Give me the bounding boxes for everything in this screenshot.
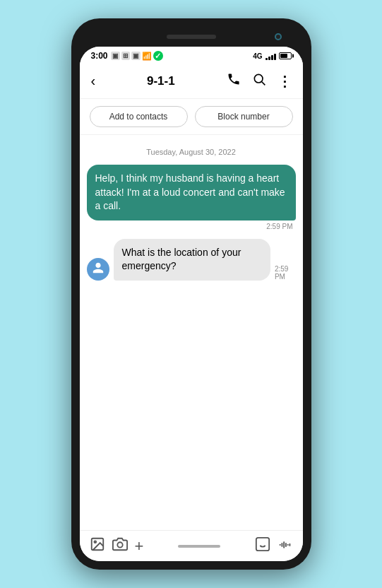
scroll-indicator bbox=[178, 545, 220, 548]
back-button[interactable]: ‹ bbox=[88, 70, 99, 92]
nav-actions: ⋮ bbox=[224, 69, 294, 93]
status-img-icon: ▣ bbox=[131, 52, 141, 60]
signal-bar-4 bbox=[274, 54, 276, 60]
signal-bars bbox=[265, 52, 276, 60]
incoming-bubble: What is the location of your emergency? bbox=[114, 239, 270, 281]
emoji-button[interactable] bbox=[255, 536, 270, 555]
status-bar: 3:00 ▣ ⊞ ▣ 📶 ✓ 4G bbox=[80, 47, 303, 64]
signal-bar-3 bbox=[271, 55, 273, 60]
date-divider: Tuesday, August 30, 2022 bbox=[87, 148, 296, 156]
phone-screen: 3:00 ▣ ⊞ ▣ 📶 ✓ 4G bbox=[80, 47, 303, 561]
svg-point-4 bbox=[117, 542, 122, 547]
status-network: 4G bbox=[253, 52, 262, 60]
avatar-icon bbox=[92, 261, 105, 277]
nav-title: 9-1-1 bbox=[98, 74, 223, 88]
action-buttons-row: Add to contacts Block number bbox=[80, 99, 303, 135]
more-button[interactable]: ⋮ bbox=[275, 70, 294, 93]
status-wifi-icon: 📶 bbox=[142, 52, 152, 61]
phone-speaker bbox=[167, 35, 216, 39]
call-button[interactable] bbox=[224, 69, 244, 93]
status-right: 4G bbox=[253, 52, 291, 60]
outgoing-bubble: Help, I think my husband is having a hea… bbox=[87, 165, 296, 220]
battery-fill bbox=[280, 54, 288, 58]
phone-frame: 3:00 ▣ ⊞ ▣ 📶 ✓ 4G bbox=[71, 18, 311, 570]
message-row: Help, I think my husband is having a hea… bbox=[87, 165, 296, 230]
camera-button[interactable] bbox=[112, 536, 128, 555]
svg-line-1 bbox=[261, 82, 265, 86]
block-number-button[interactable]: Block number bbox=[195, 106, 293, 127]
message-row: What is the location of your emergency? … bbox=[87, 239, 296, 281]
phone-camera bbox=[275, 33, 282, 40]
add-to-contacts-button[interactable]: Add to contacts bbox=[90, 106, 188, 127]
avatar bbox=[87, 258, 109, 281]
add-button[interactable]: + bbox=[135, 537, 144, 555]
signal-bar-2 bbox=[268, 57, 270, 60]
svg-point-0 bbox=[254, 74, 263, 83]
nav-bar: ‹ 9-1-1 ⋮ bbox=[80, 64, 303, 99]
search-button[interactable] bbox=[249, 69, 269, 93]
status-msg-icon: ▣ bbox=[111, 52, 120, 60]
phone-notch bbox=[80, 27, 303, 47]
voice-button[interactable] bbox=[277, 536, 293, 555]
status-left: 3:00 ▣ ⊞ ▣ 📶 ✓ bbox=[91, 51, 163, 61]
signal-bar-1 bbox=[265, 58, 268, 60]
battery-icon bbox=[279, 52, 292, 59]
outgoing-timestamp: 2:59 PM bbox=[266, 223, 292, 230]
messages-area: Tuesday, August 30, 2022 Help, I think m… bbox=[80, 135, 303, 530]
incoming-timestamp: 2:59 PM bbox=[275, 265, 296, 281]
svg-rect-5 bbox=[256, 538, 268, 551]
status-time: 3:00 bbox=[91, 51, 108, 61]
toolbar-spacer bbox=[150, 545, 247, 548]
status-qr-icon: ⊞ bbox=[121, 52, 130, 60]
svg-point-3 bbox=[94, 541, 96, 543]
status-app-icon: ✓ bbox=[153, 51, 163, 61]
incoming-message-wrapper: What is the location of your emergency? … bbox=[114, 239, 296, 281]
status-icons-left: ▣ ⊞ ▣ 📶 ✓ bbox=[111, 51, 163, 61]
bottom-toolbar: + bbox=[80, 530, 303, 561]
outgoing-message-wrapper: Help, I think my husband is having a hea… bbox=[87, 165, 296, 230]
image-button[interactable] bbox=[90, 536, 105, 555]
